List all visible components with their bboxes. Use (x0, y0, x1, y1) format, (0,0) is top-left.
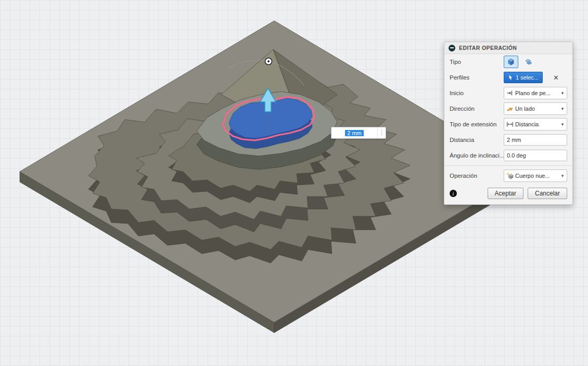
close-icon[interactable]: ✕ (553, 74, 559, 81)
extrude-solid-button[interactable] (504, 56, 518, 68)
direccion-label: Dirección (450, 106, 504, 112)
tipo-label: Tipo (450, 59, 504, 65)
taper-angle-input[interactable] (504, 150, 567, 161)
profiles-selected-button[interactable]: 1 selec... (504, 72, 543, 83)
dialog-separator (444, 165, 572, 166)
row-inicio: Inicio Plano de pe... ▾ (444, 85, 572, 101)
distancia-label: Distancia (450, 137, 504, 143)
row-direccion: Dirección Un lado ▾ (444, 101, 572, 116)
accept-button[interactable]: Aceptar (488, 188, 523, 199)
inicio-value: Plano de pe... (515, 90, 559, 96)
perfiles-label: Perfiles (450, 74, 504, 81)
distance-input[interactable] (504, 134, 567, 146)
kebab-menu-icon[interactable]: ⋮ (377, 127, 386, 138)
row-distancia: Distancia (444, 132, 572, 148)
extent-distance-icon (506, 121, 515, 128)
direccion-value: Un lado (515, 106, 559, 112)
inicio-label: Inicio (450, 90, 504, 96)
distance-inline-input[interactable]: 2 mm (331, 130, 377, 136)
fusion-viewport[interactable]: 2 mm ⋮ EDITAR OPERACIÓN Tipo (0, 0, 588, 366)
dialog-footer: i Aceptar Cancelar (444, 184, 572, 204)
info-glyph: i (453, 191, 454, 197)
edit-feature-dialog: EDITAR OPERACIÓN Tipo (444, 42, 573, 205)
distance-value-box[interactable]: 2 mm ⋮ (331, 127, 386, 139)
dialog-header[interactable]: EDITAR OPERACIÓN (444, 42, 572, 54)
info-icon[interactable]: i (450, 190, 457, 197)
extent-type-value: Distancia (515, 121, 559, 127)
distance-inline-value[interactable]: 2 mm (345, 130, 364, 136)
chevron-down-icon: ▾ (559, 122, 566, 127)
cancel-button[interactable]: Cancelar (528, 188, 567, 199)
profiles-selected-count: 1 selec... (516, 74, 539, 81)
tipo-extension-label: Tipo de extensión (450, 121, 504, 127)
row-perfiles: Perfiles 1 selec... ✕ (444, 70, 572, 85)
operation-value: Cuerpo nue... (515, 173, 559, 179)
operacion-label: Operación (450, 173, 504, 179)
row-tipo-extension: Tipo de extensión Distancia ▾ (444, 116, 572, 132)
row-operacion: Operación Cuerpo nue... ▾ (444, 168, 572, 184)
row-angulo: Ángulo de inclinaci... (444, 148, 572, 163)
sketch-point-center (267, 60, 270, 62)
direction-icon (506, 105, 515, 112)
extrude-thin-button[interactable] (521, 56, 536, 68)
cursor-arrow-icon (508, 74, 514, 81)
chevron-down-icon: ▾ (559, 106, 566, 111)
dialog-title: EDITAR OPERACIÓN (459, 45, 517, 51)
dialog-handle-icon (449, 45, 455, 51)
row-tipo: Tipo (444, 54, 572, 70)
extent-type-dropdown[interactable]: Distancia ▾ (504, 118, 567, 130)
new-body-icon (506, 172, 515, 179)
operation-dropdown[interactable]: Cuerpo nue... ▾ (504, 169, 567, 182)
start-plane-icon (506, 89, 515, 97)
extrude-solid-icon (507, 58, 515, 66)
direccion-dropdown[interactable]: Un lado ▾ (504, 102, 567, 115)
angulo-label: Ángulo de inclinaci... (450, 152, 504, 159)
extrude-thin-icon (525, 58, 533, 66)
chevron-down-icon: ▾ (559, 90, 566, 96)
chevron-down-icon: ▾ (559, 173, 566, 178)
inicio-dropdown[interactable]: Plano de pe... ▾ (504, 87, 567, 99)
